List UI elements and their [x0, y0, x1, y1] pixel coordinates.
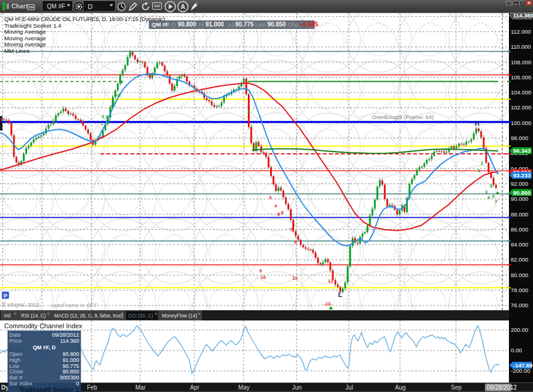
svg-text:106.000: 106.000 — [511, 74, 531, 81]
svg-text:300/300: 300/300 — [60, 375, 79, 381]
svg-text:Feb: Feb — [87, 384, 97, 391]
svg-text:Chg: Chg — [288, 21, 298, 28]
svg-text:Mar: Mar — [135, 384, 146, 391]
svg-text:3: 3 — [269, 195, 272, 200]
svg-text:88.000: 88.000 — [511, 211, 528, 218]
svg-text:QM #F, D: QM #F, D — [32, 345, 56, 351]
svg-text:−0.525: −0.525 — [300, 21, 318, 28]
svg-text:Open: Open — [10, 351, 23, 357]
svg-text:90.850: 90.850 — [268, 21, 286, 28]
svg-text:×: × — [155, 311, 157, 316]
svg-text:7: 7 — [494, 199, 498, 204]
svg-text:6: 6 — [112, 99, 116, 105]
svg-text:Jun: Jun — [292, 384, 301, 391]
svg-text:96.343: 96.343 — [513, 147, 531, 154]
svg-text:90.000: 90.000 — [511, 195, 528, 202]
svg-text:3: 3 — [485, 189, 488, 195]
svg-text:90.800: 90.800 — [63, 351, 79, 357]
svg-text:Bar #: Bar # — [10, 375, 23, 381]
svg-text:Moving Average: Moving Average — [4, 28, 46, 35]
svg-text:1: 1 — [247, 109, 250, 114]
svg-text:×: × — [198, 311, 200, 316]
svg-text:2: 2 — [481, 161, 484, 166]
svg-text:CCI (20, C): CCI (20, C) — [128, 313, 153, 319]
svg-text:L: L — [338, 291, 342, 298]
svg-text:OverBought (Frame: 64): OverBought (Frame: 64) — [372, 114, 434, 120]
svg-text:90.850: 90.850 — [513, 189, 531, 196]
svg-text:84.000: 84.000 — [511, 241, 528, 248]
svg-text:90.800: 90.800 — [178, 21, 197, 28]
svg-text:QM #F: QM #F — [152, 21, 169, 28]
svg-text:×: × — [14, 311, 16, 316]
svg-text:114.360: 114.360 — [60, 338, 79, 344]
svg-text:Date: Date — [10, 332, 21, 338]
svg-text:H: H — [475, 120, 479, 127]
svg-text:QM #F,E-MINI CRUDE OIL FUTURES: QM #F,E-MINI CRUDE OIL FUTURES, D, 18:00… — [4, 16, 165, 22]
svg-text:91.000: 91.000 — [206, 21, 224, 28]
svg-text:Lo: Lo — [229, 21, 235, 28]
svg-text:76.000: 76.000 — [511, 302, 528, 308]
svg-text:AutoFrame is OFF: AutoFrame is OFF — [51, 302, 97, 308]
svg-text:78.000: 78.000 — [511, 287, 528, 293]
svg-text:Price: Price — [10, 338, 22, 344]
svg-text:-147.69: -147.69 — [513, 362, 532, 369]
svg-text:-13-: -13- — [324, 301, 333, 307]
svg-text:200.00: 200.00 — [511, 326, 528, 333]
svg-text:© eSignal, 2012: © eSignal, 2012 — [2, 302, 39, 308]
svg-text:10: 10 — [260, 275, 266, 280]
svg-text:MACD (12, 26, C, 9, false, tru: MACD (12, 26, C, 9, false, true) — [54, 313, 123, 319]
svg-text:1: 1 — [478, 168, 481, 173]
svg-text:A: A — [180, 3, 185, 10]
svg-text:102.000: 102.000 — [511, 104, 531, 111]
svg-text:MoneyFlow (14): MoneyFlow (14) — [162, 313, 197, 319]
svg-text:108.000: 108.000 — [511, 59, 531, 66]
svg-text:1: 1 — [100, 121, 103, 126]
svg-text:11: 11 — [292, 275, 298, 281]
svg-text:86.000: 86.000 — [511, 226, 528, 233]
svg-text:93.233: 93.233 — [513, 172, 531, 179]
svg-text:Last: Last — [255, 21, 266, 28]
svg-text:4: 4 — [274, 203, 277, 209]
svg-text:90.775: 90.775 — [235, 21, 254, 28]
svg-text:Vol: Vol — [4, 313, 11, 319]
svg-text:2: 2 — [252, 145, 255, 150]
svg-text:91.000: 91.000 — [63, 357, 79, 363]
svg-text:MM Lines: MM Lines — [4, 47, 29, 54]
svg-text:2: 2 — [102, 114, 105, 119]
svg-text:82.000: 82.000 — [511, 256, 528, 263]
svg-text:Close: Close — [10, 369, 23, 375]
svg-text:100.000: 100.000 — [511, 120, 531, 126]
svg-text:0.00: 0.00 — [511, 347, 522, 354]
svg-text:98.000: 98.000 — [511, 135, 528, 141]
svg-text:92.000: 92.000 — [511, 180, 528, 187]
svg-text:Moving Average: Moving Average — [4, 41, 46, 47]
svg-text:Sep: Sep — [451, 384, 462, 391]
svg-text:Apr: Apr — [190, 384, 200, 391]
svg-text:Tradesight Seeker 1.4: Tradesight Seeker 1.4 — [4, 22, 62, 29]
svg-text:O: O — [171, 21, 176, 28]
svg-text:Aug: Aug — [395, 384, 406, 391]
svg-text:114.360: 114.360 — [513, 13, 533, 19]
svg-text:6: 6 — [492, 194, 495, 199]
svg-text:12: 12 — [328, 278, 333, 284]
svg-text:4: 4 — [487, 195, 490, 200]
svg-text:6: 6 — [281, 210, 284, 215]
svg-text:Hi: Hi — [199, 21, 204, 28]
svg-text:8: 8 — [118, 93, 121, 98]
svg-text:5: 5 — [277, 212, 280, 217]
svg-text:112.000: 112.000 — [511, 28, 531, 35]
svg-text:80.000: 80.000 — [511, 272, 528, 278]
svg-text:Moving Average: Moving Average — [4, 35, 46, 41]
svg-text:104.000: 104.000 — [511, 89, 531, 96]
svg-text:9: 9 — [120, 79, 123, 85]
svg-text:09/28/2012: 09/28/2012 — [487, 384, 517, 391]
svg-text:Jul: Jul — [345, 384, 353, 391]
svg-text:×: × — [47, 311, 49, 316]
svg-text:110.000: 110.000 — [511, 43, 531, 50]
svg-text:5: 5 — [111, 104, 114, 109]
svg-text:High: High — [10, 357, 21, 363]
svg-text:90.775: 90.775 — [63, 363, 79, 369]
svg-text:4: 4 — [108, 118, 111, 123]
svg-text:7: 7 — [290, 227, 293, 233]
svg-text:P: P — [4, 293, 7, 299]
